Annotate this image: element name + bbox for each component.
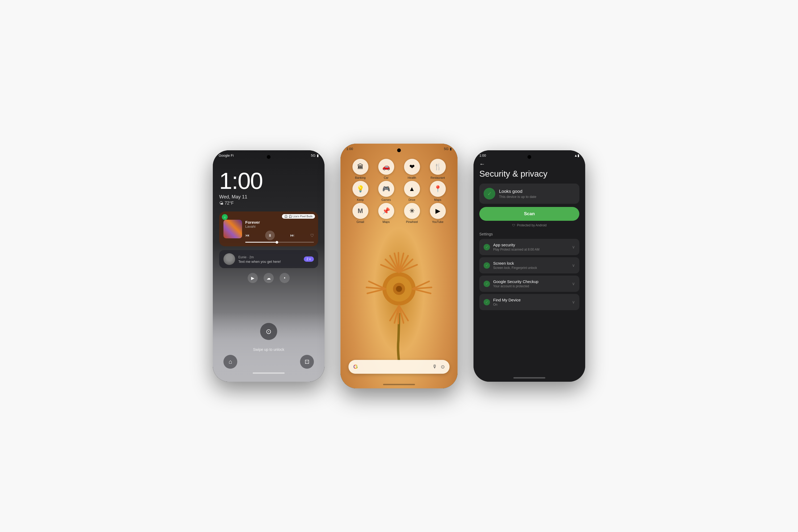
home-battery: ▮ — [450, 147, 452, 151]
music-controls[interactable]: ⏮ ⏸ ⏭ ♡ — [245, 231, 314, 240]
qs-bell-icon[interactable]: ☁ — [264, 273, 274, 283]
app-restaurant[interactable]: 🍴 Restaurant — [425, 159, 450, 179]
games-label: Games — [381, 198, 391, 201]
heart-icon[interactable]: ♡ — [310, 233, 314, 238]
app-drive[interactable]: ▲ Drive — [400, 181, 424, 201]
security-checkup-icon: ✓ — [483, 281, 490, 287]
home-nav-button[interactable]: ⌂ — [224, 355, 237, 369]
lock-bottom: ⊙ Swipe up to unlock ⌂ ⊡ — [213, 312, 324, 382]
banking-icon: 🏛 — [353, 159, 368, 175]
app-pinwheel[interactable]: ✳ Pinwheel — [400, 203, 424, 224]
wallet-nav-button[interactable]: ⊡ — [300, 355, 314, 369]
car-icon: 🚗 — [378, 159, 394, 175]
phones-container: Google Fi 5G ▮ 1:00 Wed, May 11 🌤 72°F ♫ — [0, 0, 798, 532]
screen-lock-title: Screen lock — [493, 261, 569, 265]
qs-youtube-icon[interactable]: ▶ — [248, 273, 258, 283]
lock-nav: ⌂ ⊡ — [213, 355, 324, 369]
status-subtitle-text: This device is up to date — [499, 195, 536, 199]
phone-security: 1:00 ▲▮ ← Security & privacy ✓ Looks goo… — [474, 150, 585, 382]
notification-card[interactable]: Eunie · 2m Text me when you get here! 2 … — [219, 250, 318, 268]
security-checkup-text: Google Security Checkup Your account is … — [493, 279, 569, 288]
search-bar[interactable]: G 🎙 ⊙ — [348, 360, 450, 374]
status-text-block: Looks good This device is up to date — [499, 189, 536, 199]
lock-weather: 🌤 72°F — [219, 201, 318, 206]
games-icon: 🎮 — [378, 181, 394, 197]
svg-point-23 — [396, 286, 402, 292]
avatar — [224, 253, 235, 265]
scan-button[interactable]: Scan — [479, 207, 580, 221]
security-status-card: ✓ Looks good This device is up to date — [479, 184, 580, 204]
music-art — [224, 220, 242, 238]
maps-label: Maps — [434, 198, 441, 201]
next-icon[interactable]: ⏭ — [290, 233, 294, 238]
app-health[interactable]: ❤ Health — [400, 159, 424, 179]
app-car[interactable]: 🚗 Car — [374, 159, 398, 179]
security-checkup-title: Google Security Checkup — [493, 279, 569, 284]
security-status-right: ▲▮ — [574, 153, 580, 157]
keep-icon: 💡 — [353, 181, 368, 197]
security-title: Security & privacy — [479, 169, 580, 179]
app-security-text: App security Play Protect scanned at 8:0… — [493, 243, 569, 251]
chevron-right-icon: ∨ — [572, 244, 575, 249]
microphone-icon[interactable]: 🎙 — [432, 364, 437, 370]
find-device-icon: ✓ — [483, 299, 490, 305]
app-youtube[interactable]: ▶ YouTube — [425, 203, 450, 224]
setting-app-security[interactable]: ✓ App security Play Protect scanned at 8… — [479, 239, 580, 255]
setting-find-device[interactable]: ✓ Find My Device On ∨ — [479, 294, 580, 310]
app-grid: 🏛 Banking 🚗 Car ❤ Health 🍴 Restaurant 💡 — [341, 155, 457, 228]
music-progress-fill — [245, 242, 276, 243]
setting-screen-lock[interactable]: ✓ Screen lock Screen lock, Fingerprint u… — [479, 257, 580, 273]
app-banking[interactable]: 🏛 Banking — [348, 159, 373, 179]
pinwheel-icon: ✳ — [404, 203, 420, 219]
prev-icon[interactable]: ⏮ — [245, 233, 249, 238]
find-device-text: Find My Device On — [493, 298, 569, 306]
lock-time: 1:00 — [219, 169, 318, 193]
music-artist: Lavahi — [245, 225, 314, 228]
home-indicator — [253, 373, 285, 374]
app-security-title: App security — [493, 243, 569, 247]
back-button[interactable]: ← — [479, 161, 580, 168]
setting-security-checkup[interactable]: ✓ Google Security Checkup Your account i… — [479, 276, 580, 292]
lock-date: Wed, May 11 — [219, 194, 318, 200]
google-logo: G — [353, 363, 358, 370]
app-maps[interactable]: 📍 Maps — [425, 181, 450, 201]
status-title-text: Looks good — [499, 189, 536, 194]
fingerprint-button[interactable]: ⊙ — [260, 323, 277, 340]
app-gmail[interactable]: M Gmail — [348, 203, 373, 224]
car-label: Car — [384, 176, 388, 179]
app-security-subtitle: Play Protect scanned at 8:00 AM — [493, 248, 569, 251]
drive-label: Drive — [408, 198, 416, 201]
security-signal: ▲▮ — [574, 153, 580, 157]
qs-dot-icon[interactable]: • — [280, 273, 290, 283]
lens-icon[interactable]: ⊙ — [441, 364, 445, 370]
notification-message: Text me when you get here! — [238, 260, 301, 264]
notification-text: Eunie · 2m Text me when you get here! — [238, 255, 301, 264]
app-games[interactable]: 🎮 Games — [374, 181, 398, 201]
battery-icon: ▮ — [317, 153, 319, 157]
signal-label: 5G — [311, 153, 316, 157]
camera-hole-right — [528, 155, 531, 159]
youtube-icon: ▶ — [430, 203, 446, 219]
screen-lock-text: Screen lock Screen lock, Fingerprint unl… — [493, 261, 569, 270]
music-device-badge: 🎧 🎧 Liza's Pixel Buds — [282, 214, 315, 218]
home-time: 1:00 — [346, 147, 353, 151]
pause-button[interactable]: ⏸ — [265, 231, 275, 240]
gmail-icon: M — [353, 203, 368, 219]
music-card[interactable]: ♫ 🎧 🎧 Liza's Pixel Buds Forever Lavahi ⏮ — [219, 211, 318, 246]
camera-hole — [267, 155, 270, 159]
screen-lock-icon: ✓ — [483, 262, 490, 269]
pinwheel-label: Pinwheel — [406, 220, 418, 224]
home-indicator-center — [383, 384, 415, 385]
music-info: 🎧 🎧 Liza's Pixel Buds Forever Lavahi ⏮ ⏸… — [245, 215, 314, 243]
app-maps2[interactable]: 📌 Maps — [374, 203, 398, 224]
screen-lock-chevron: ∨ — [572, 263, 575, 268]
sender-name: Eunie · 2m — [238, 255, 301, 259]
swipe-hint: Swipe up to unlock — [253, 347, 284, 352]
security-checkup-chevron: ∨ — [572, 281, 575, 286]
phone-homescreen: 1:00 5G ▮ 🏛 Banking 🚗 Car ❤ Healt — [341, 144, 457, 388]
spotify-icon: ♫ — [222, 214, 228, 220]
app-keep[interactable]: 💡 Keep — [348, 181, 373, 201]
security-content: ← Security & privacy ✓ Looks good This d… — [474, 161, 585, 310]
security-checkup-subtitle: Your account is protected — [493, 284, 569, 288]
settings-label: Settings — [479, 232, 580, 236]
